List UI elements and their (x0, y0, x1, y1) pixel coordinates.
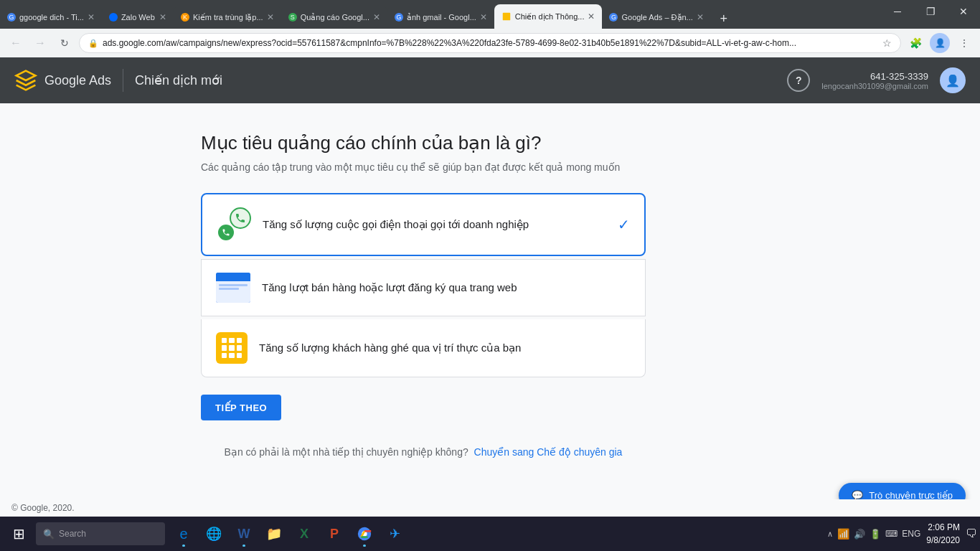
bottom-text-label: Bạn có phải là một nhà tiếp thị chuyên n… (225, 446, 468, 458)
bookmark-icon[interactable]: ☆ (882, 37, 892, 49)
footer-text: © Google, 2020. (11, 503, 75, 513)
expert-mode-link[interactable]: Chuyển sang Chế độ chuyên gia (474, 446, 623, 458)
new-tab-button[interactable]: + (714, 9, 734, 29)
tab-3-label: Kiểm tra trùng lặp... (193, 13, 263, 22)
browser-chrome: G ggoogle dich - Ti... ✕ Zalo Web ✕ K Ki… (0, 0, 980, 57)
taskbar-app-ie[interactable]: 🌐 (199, 518, 228, 550)
page-subtitle: Các quảng cáo tập trung vào một mục tiêu… (201, 161, 937, 173)
option-3-icon (216, 332, 248, 364)
option-1-check-icon: ✓ (618, 216, 630, 233)
date-display: 9/8/2020 (926, 534, 960, 547)
option-2-icon (216, 273, 250, 303)
lock-icon: 🔒 (88, 39, 98, 48)
time-display: 2:06 PM (926, 521, 960, 534)
tab-3[interactable]: K Kiểm tra trùng lặp... ✕ (174, 6, 281, 29)
taskbar-app-telegram[interactable]: ✈ (380, 518, 409, 550)
address-bar[interactable]: 🔒 ads.google.com/aw/campaigns/new/expres… (79, 33, 901, 53)
taskbar-app-edge[interactable]: e (169, 518, 198, 550)
battery-icon[interactable]: 🔋 (870, 529, 881, 540)
tab-2-label: Zalo Web (121, 13, 156, 22)
tab-6-label: Chiến dịch Thông... (515, 12, 585, 22)
help-button[interactable]: ? (787, 69, 810, 92)
user-email: lengocanh301099@gmail.com (821, 82, 928, 90)
taskbar-apps: e 🌐 W 📁 X P (169, 518, 409, 550)
tab-6[interactable]: Chiến dịch Thông... ✕ (494, 4, 603, 29)
maximize-button[interactable]: ❐ (914, 0, 947, 23)
back-button[interactable]: ← (6, 33, 26, 53)
tab-4-close[interactable]: ✕ (373, 12, 380, 22)
tab-1[interactable]: G ggoogle dich - Ti... ✕ (0, 6, 102, 29)
taskbar-right: ∧ 📶 🔊 🔋 ⌨ ENG 2:06 PM 9/8/2020 🗨 (827, 521, 977, 547)
forward-button[interactable]: → (30, 33, 50, 53)
tab-5-close[interactable]: ✕ (480, 12, 487, 22)
ads-header: Google Ads Chiến dịch mới ? 641-325-3339… (0, 57, 980, 103)
header-divider (123, 69, 123, 92)
tab-bar: G ggoogle dich - Ti... ✕ Zalo Web ✕ K Ki… (0, 0, 980, 29)
start-button[interactable]: ⊞ (3, 518, 34, 550)
option-3-label: Tăng số lượng khách hàng ghé qua vị trí … (259, 342, 631, 354)
search-placeholder: Search (59, 529, 86, 539)
option-2-label: Tăng lượt bán hàng hoặc lượt đăng ký qua… (262, 281, 631, 294)
reload-button[interactable]: ↻ (55, 33, 75, 53)
footer: © Google, 2020. (0, 499, 980, 517)
taskbar-time[interactable]: 2:06 PM 9/8/2020 (926, 521, 960, 547)
ads-logo-text: Google Ads (44, 73, 111, 88)
tab-2-close[interactable]: ✕ (159, 12, 166, 22)
minimize-button[interactable]: ─ (881, 0, 914, 23)
arrow-up-icon[interactable]: ∧ (827, 529, 833, 539)
language-label[interactable]: ENG (902, 529, 920, 539)
extensions-icon[interactable]: 🧩 (905, 33, 925, 53)
user-phone: 641-325-3339 (821, 71, 928, 82)
tab-1-label: ggoogle dich - Ti... (19, 13, 84, 22)
main-content: Mục tiêu quảng cáo chính của bạn là gì? … (0, 103, 980, 517)
keyboard-icon[interactable]: ⌨ (885, 529, 897, 539)
close-button[interactable]: ✕ (947, 0, 980, 23)
tab-6-close[interactable]: ✕ (588, 11, 595, 22)
volume-icon[interactable]: 🔊 (854, 529, 865, 540)
page-title: Mục tiêu quảng cáo chính của bạn là gì? (201, 132, 937, 154)
ads-header-right: ? 641-325-3339 lengocanh301099@gmail.com… (787, 67, 966, 93)
user-info: 641-325-3339 lengocanh301099@gmail.com (821, 71, 928, 90)
tab-7-close[interactable]: ✕ (697, 12, 704, 22)
address-url: ads.google.com/aw/campaigns/new/express?… (103, 38, 878, 48)
tab-7[interactable]: G Google Ads – Đặn... ✕ (602, 6, 710, 29)
tab-4-label: Quảng cáo Googl... (301, 13, 369, 22)
next-button[interactable]: TIẾP THEO (201, 395, 281, 420)
tab-5[interactable]: G ảnh gmail - Googl... ✕ (387, 6, 494, 29)
google-ads-logo-icon (14, 69, 37, 92)
option-3-card[interactable]: Tăng số lượng khách hàng ghé qua vị trí … (201, 319, 646, 377)
option-1-card[interactable]: Tăng số lượng cuộc gọi điện thoại gọi tớ… (201, 193, 646, 256)
notification-icon[interactable]: 🗨 (966, 527, 977, 540)
wifi-icon[interactable]: 📶 (837, 528, 849, 540)
option-1-label: Tăng số lượng cuộc gọi điện thoại gọi tớ… (263, 218, 606, 231)
taskbar-app-ppt[interactable]: P (320, 518, 349, 550)
tab-3-close[interactable]: ✕ (267, 12, 274, 22)
taskbar-system-icons: ∧ 📶 🔊 🔋 ⌨ ENG (827, 528, 920, 540)
tab-2[interactable]: Zalo Web ✕ (102, 6, 174, 29)
address-bar-row: ← → ↻ 🔒 ads.google.com/aw/campaigns/new/… (0, 29, 980, 57)
menu-icon[interactable]: ⋮ (954, 33, 974, 53)
bottom-text: Bạn có phải là một nhà tiếp thị chuyên n… (201, 446, 646, 458)
ads-logo: Google Ads (14, 69, 111, 92)
search-icon: 🔍 (43, 529, 55, 540)
taskbar-app-excel[interactable]: X (290, 518, 319, 550)
tab-7-label: Google Ads – Đặn... (621, 13, 692, 22)
options-container: Tăng số lượng cuộc gọi điện thoại gọi tớ… (201, 193, 646, 377)
search-bar[interactable]: 🔍 Search (36, 522, 165, 545)
option-2-card[interactable]: Tăng lượt bán hàng hoặc lượt đăng ký qua… (201, 259, 646, 316)
taskbar-app-word[interactable]: W (230, 518, 258, 550)
ads-page-title: Chiến dịch mới (135, 72, 222, 88)
tab-1-close[interactable]: ✕ (88, 12, 95, 22)
taskbar-app-files[interactable]: 📁 (260, 518, 288, 550)
user-avatar[interactable]: 👤 (940, 67, 966, 93)
taskbar: ⊞ 🔍 Search e 🌐 W 📁 X P (0, 517, 980, 551)
option-1-icon (217, 207, 251, 242)
tab-5-label: ảnh gmail - Googl... (407, 13, 476, 22)
profile-icon[interactable]: 👤 (930, 33, 950, 53)
tab-4[interactable]: S Quảng cáo Googl... ✕ (281, 6, 387, 29)
taskbar-app-chrome[interactable] (350, 518, 379, 550)
